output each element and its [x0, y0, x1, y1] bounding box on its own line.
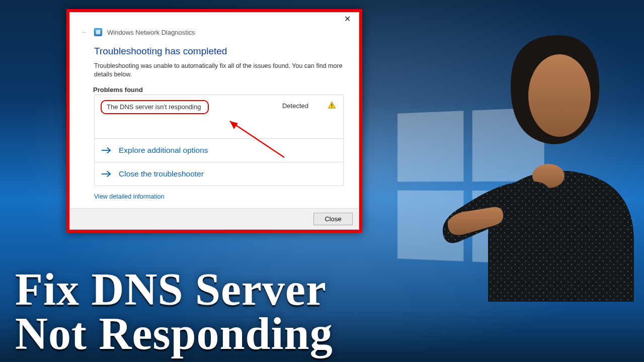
warning-icon: [328, 100, 336, 110]
svg-marker-8: [230, 121, 238, 129]
problem-status: Detected: [282, 100, 308, 110]
svg-rect-5: [332, 104, 332, 106]
close-troubleshooter-label: Close the troubleshooter: [119, 169, 204, 178]
problems-found-label: Problems found: [93, 86, 344, 94]
troubleshooter-dialog: ✕ ← Windows Network Diagnostics Troubles…: [69, 12, 359, 230]
thumbnail-stage: ✕ ← Windows Network Diagnostics Troubles…: [0, 0, 644, 362]
svg-rect-6: [332, 107, 332, 107]
back-arrow-icon[interactable]: ←: [80, 28, 89, 37]
diagnostics-icon: [94, 28, 102, 36]
dialog-body: Troubleshooting has completed Troublesho…: [70, 40, 359, 208]
dialog-header: ← Windows Network Diagnostics: [70, 28, 359, 40]
titlebar: ✕: [70, 13, 359, 28]
arrow-right-icon: [101, 146, 112, 155]
explore-options-label: Explore additional options: [119, 146, 208, 155]
close-troubleshooter-button[interactable]: Close the troubleshooter: [94, 162, 344, 186]
explore-options-button[interactable]: Explore additional options: [94, 139, 344, 162]
thumbnail-caption: Fix DNS Server Not Responding: [15, 267, 333, 356]
dialog-heading: Troubleshooting has completed: [94, 46, 344, 57]
close-button[interactable]: Close: [313, 213, 353, 225]
problems-found-box: The DNS server isn't responding Detected: [94, 95, 344, 139]
arrow-right-icon: [101, 169, 112, 178]
windows-logo-icon: [397, 108, 544, 265]
problem-item-highlight: The DNS server isn't responding: [101, 100, 209, 114]
highlight-frame: ✕ ← Windows Network Diagnostics Troubles…: [66, 9, 362, 233]
dialog-footer: Close: [70, 208, 359, 229]
view-detailed-info-link[interactable]: View detailed information: [94, 193, 164, 200]
close-icon[interactable]: ✕: [337, 13, 358, 27]
window-title: Windows Network Diagnostics: [107, 29, 195, 36]
dialog-description: Troubleshooting was unable to automatica…: [94, 62, 344, 79]
